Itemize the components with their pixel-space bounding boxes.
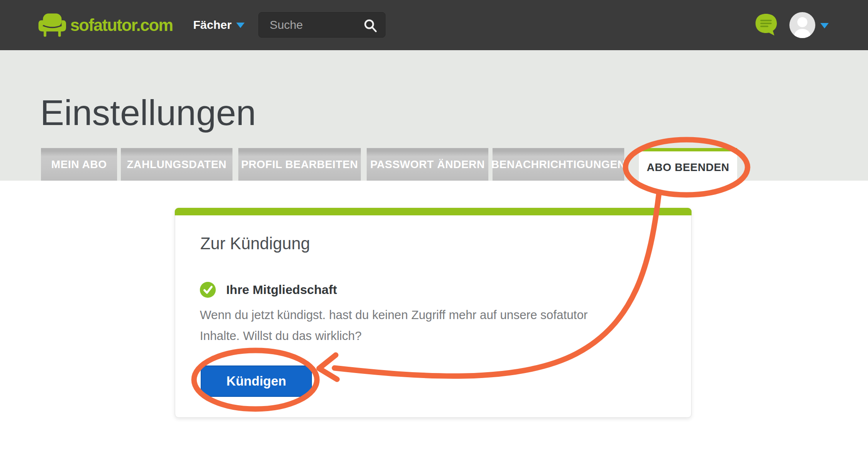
tab-zahlungsdaten[interactable]: ZAHLUNGSDATEN	[121, 148, 232, 181]
tab-label: ABO BEENDEN	[647, 161, 730, 174]
cancellation-card: Zur Kündigung Ihre Mitgliedschaft Wenn d…	[175, 208, 692, 418]
check-circle-icon	[200, 282, 216, 298]
tab-label: MEIN ABO	[51, 158, 107, 171]
card-accent-bar	[175, 208, 692, 215]
tab-mein-abo[interactable]: MEIN ABO	[41, 148, 117, 181]
brand-logo[interactable]: sofatutor.com	[38, 0, 173, 50]
cancellation-warning-text: Wenn du jetzt kündigst. hast du keinen Z…	[200, 304, 587, 346]
tab-passwort-aendern[interactable]: PASSWORT ÄNDERN	[367, 148, 488, 181]
tab-label: PROFIL BEARBEITEN	[241, 158, 358, 171]
tab-label: BENACHRICHTIGUNGEN	[491, 158, 625, 171]
sofa-icon	[38, 11, 66, 39]
tab-abo-beenden[interactable]: ABO BEENDEN	[639, 148, 737, 183]
avatar[interactable]	[789, 12, 815, 38]
kuendigen-button[interactable]: Kündigen	[201, 365, 312, 397]
search-icon[interactable]	[363, 19, 378, 33]
account-chevron-down-icon[interactable]	[820, 23, 829, 28]
tab-label: ZAHLUNGSDATEN	[127, 158, 227, 171]
chat-bubble-icon[interactable]	[755, 13, 781, 37]
avatar-silhouette-icon	[789, 12, 815, 38]
chevron-down-icon	[236, 23, 245, 28]
nav-subjects-label: Fächer	[193, 18, 232, 32]
brand-name: sofatutor.com	[70, 16, 173, 35]
membership-heading: Ihre Mitgliedschaft	[226, 283, 337, 297]
search-box	[258, 12, 385, 38]
nav-subjects-menu[interactable]: Fächer	[193, 0, 245, 50]
card-title: Zur Kündigung	[200, 234, 310, 253]
kuendigen-button-label: Kündigen	[227, 374, 286, 389]
top-navbar: sofatutor.com Fächer	[0, 0, 868, 50]
tab-label: PASSWORT ÄNDERN	[370, 158, 485, 171]
tab-profil-bearbeiten[interactable]: PROFIL BEARBEITEN	[238, 148, 361, 181]
warning-line-1: Wenn du jetzt kündigst. hast du keinen Z…	[200, 304, 587, 325]
membership-status-row: Ihre Mitgliedschaft	[200, 282, 337, 298]
page-title: Einstellungen	[40, 93, 256, 133]
tab-benachrichtigungen[interactable]: BENACHRICHTIGUNGEN	[493, 148, 624, 181]
settings-page: sofatutor.com Fächer	[0, 0, 868, 460]
warning-line-2: Inhalte. Willst du das wirklich?	[200, 325, 587, 346]
